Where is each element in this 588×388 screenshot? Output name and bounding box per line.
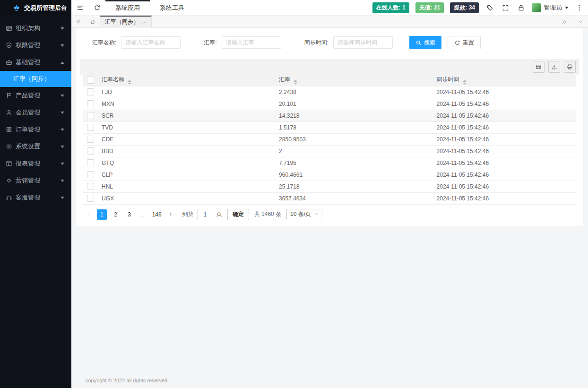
chevron-down-icon bbox=[61, 180, 64, 182]
sidebar-item-marketing[interactable]: 营销管理 bbox=[0, 172, 71, 189]
footer-copyright: copyright © 2022 all rights reserved. bbox=[71, 373, 588, 388]
row-checkbox[interactable] bbox=[87, 159, 94, 166]
field-sync-time: 同步时间: bbox=[304, 36, 393, 49]
sidebar-item-settings[interactable]: 系统设置 bbox=[0, 138, 71, 155]
table-row[interactable]: SCR14.32182024-11-05 15:42:46 bbox=[83, 110, 576, 121]
chevron-down-icon bbox=[61, 27, 64, 30]
page-number[interactable]: 3 bbox=[125, 209, 134, 220]
sidebar-item-member[interactable]: 会员管理 bbox=[0, 104, 71, 121]
cell-rate-name: SCR bbox=[98, 110, 275, 121]
sidebar-item-report[interactable]: 报表管理 bbox=[0, 155, 71, 172]
service-icon bbox=[6, 194, 12, 201]
row-checkbox[interactable] bbox=[87, 112, 94, 119]
home-icon[interactable] bbox=[86, 16, 100, 28]
chevrons-right-icon[interactable] bbox=[556, 16, 572, 28]
page-number[interactable]: 146 bbox=[152, 209, 162, 220]
column-header[interactable]: 同步时间 bbox=[433, 75, 576, 86]
goto-page-input[interactable] bbox=[197, 209, 213, 220]
column-header[interactable]: 汇率名称 bbox=[98, 75, 275, 86]
cell-sync-time: 2024-11-05 15:42:46 bbox=[433, 181, 576, 192]
page-size-select[interactable]: 10 条/页 bbox=[286, 209, 322, 220]
sidebar-item-order[interactable]: 订单管理 bbox=[0, 121, 71, 138]
sidebar-subitem-exchange-rate-sync[interactable]: 汇率（同步） bbox=[0, 71, 71, 87]
badge-withdraw[interactable]: 提款: 34 bbox=[450, 2, 479, 13]
row-checkbox[interactable] bbox=[87, 171, 94, 178]
chevron-down-icon bbox=[565, 7, 569, 9]
rate-label: 汇率: bbox=[204, 39, 216, 47]
sidebar-collapse-icon[interactable] bbox=[71, 0, 88, 16]
tab-menu-chevron-down-icon[interactable] bbox=[572, 16, 588, 28]
sync-time-label: 同步时间: bbox=[304, 39, 329, 47]
cell-rate-name: GTQ bbox=[98, 157, 275, 169]
open-tabs: 汇率（同步） bbox=[100, 16, 152, 28]
sidebar-item-label: 报表管理 bbox=[16, 159, 40, 168]
sort-icon[interactable] bbox=[294, 80, 297, 85]
table-row[interactable]: UGX3657.46342024-11-05 15:42:46 bbox=[83, 192, 576, 204]
columns-icon[interactable] bbox=[533, 61, 545, 73]
cell-rate-name: FJD bbox=[98, 86, 275, 98]
user-menu[interactable]: 管理员 bbox=[532, 3, 569, 12]
row-checkbox[interactable] bbox=[87, 147, 94, 155]
top-nav-tools[interactable]: 系统工具 bbox=[150, 0, 194, 16]
table-row[interactable]: CDF2850.95032024-11-05 15:42:46 bbox=[83, 133, 576, 145]
confirm-button[interactable]: 确定 bbox=[227, 209, 249, 220]
column-header[interactable]: 汇率 bbox=[275, 75, 432, 86]
table-row[interactable]: CLP960.46612024-11-05 15:42:46 bbox=[83, 169, 576, 181]
more-icon[interactable] bbox=[575, 0, 583, 16]
table-row[interactable]: FJD2.24382024-11-05 15:42:46 bbox=[83, 86, 576, 98]
table-row[interactable]: TVD1.51782024-11-05 15:42:46 bbox=[83, 121, 576, 133]
sidebar-item-base[interactable]: 基础管理 bbox=[0, 54, 71, 71]
page-number[interactable]: 2 bbox=[111, 209, 121, 220]
prev-page-icon[interactable] bbox=[83, 209, 93, 220]
table-row[interactable]: MXN20.1012024-11-05 15:42:46 bbox=[83, 98, 576, 110]
select-all-checkbox[interactable] bbox=[87, 77, 94, 84]
search-button[interactable]: 搜索 bbox=[409, 36, 441, 49]
tab-exchange-rate-sync[interactable]: 汇率（同步） bbox=[100, 16, 152, 28]
top-header: 系统应用系统工具 在线人数: 1充值: 21提款: 34 管理员 bbox=[71, 0, 588, 16]
sidebar-item-label: 基础管理 bbox=[16, 58, 40, 67]
row-checkbox[interactable] bbox=[87, 183, 94, 190]
table-row[interactable]: HNL25.17182024-11-05 15:42:46 bbox=[83, 181, 576, 192]
export-icon[interactable] bbox=[548, 61, 560, 73]
print-icon[interactable] bbox=[564, 61, 576, 73]
sidebar-item-permission[interactable]: 权限管理 bbox=[0, 37, 71, 54]
tag-icon[interactable] bbox=[485, 0, 494, 16]
table-row[interactable]: BBD22024-11-05 15:42:46 bbox=[83, 145, 576, 157]
avatar bbox=[532, 3, 541, 12]
sync-time-input[interactable] bbox=[333, 36, 393, 49]
sidebar-subitem-label: 汇率（同步） bbox=[13, 75, 50, 83]
row-checkbox[interactable] bbox=[87, 195, 94, 202]
main-area: 系统应用系统工具 在线人数: 1充值: 21提款: 34 管理员 汇率（同步） bbox=[71, 0, 588, 388]
rate-input[interactable] bbox=[222, 36, 281, 49]
row-checkbox-cell bbox=[83, 157, 98, 169]
row-checkbox[interactable] bbox=[87, 124, 94, 131]
rate-name-input[interactable] bbox=[121, 36, 181, 49]
cell-sync-time: 2024-11-05 15:42:46 bbox=[433, 98, 576, 110]
report-icon bbox=[6, 160, 12, 167]
sidebar-item-label: 会员管理 bbox=[16, 108, 40, 117]
sidebar-item-product[interactable]: 产品管理 bbox=[0, 87, 71, 104]
top-nav-apps[interactable]: 系统应用 bbox=[105, 0, 150, 16]
row-checkbox[interactable] bbox=[87, 136, 94, 143]
lock-icon[interactable] bbox=[516, 0, 526, 16]
next-page-icon[interactable] bbox=[166, 209, 175, 220]
cell-rate-name: UGX bbox=[98, 192, 275, 204]
reset-button[interactable]: 重置 bbox=[448, 36, 481, 49]
badge-deposit[interactable]: 充值: 21 bbox=[415, 2, 444, 13]
header-right: 在线人数: 1充值: 21提款: 34 管理员 bbox=[372, 0, 588, 16]
fullscreen-icon[interactable] bbox=[501, 0, 510, 16]
refresh-icon[interactable] bbox=[88, 0, 105, 16]
close-icon[interactable] bbox=[143, 20, 147, 24]
row-checkbox[interactable] bbox=[87, 88, 94, 95]
sidebar-item-org[interactable]: 组织架构 bbox=[0, 20, 71, 37]
chevrons-left-icon[interactable] bbox=[71, 16, 86, 28]
row-checkbox[interactable] bbox=[87, 100, 94, 107]
cell-rate: 2850.9503 bbox=[275, 133, 432, 145]
sidebar-item-service[interactable]: 客服管理 bbox=[0, 189, 71, 206]
sort-icon[interactable] bbox=[128, 80, 131, 85]
table-row[interactable]: GTQ7.71952024-11-05 15:42:46 bbox=[83, 157, 576, 169]
badge-online-count[interactable]: 在线人数: 1 bbox=[372, 2, 409, 13]
sort-icon[interactable] bbox=[463, 80, 467, 85]
sidebar-item-label: 订单管理 bbox=[16, 125, 40, 134]
page-number[interactable]: 1 bbox=[97, 209, 107, 220]
